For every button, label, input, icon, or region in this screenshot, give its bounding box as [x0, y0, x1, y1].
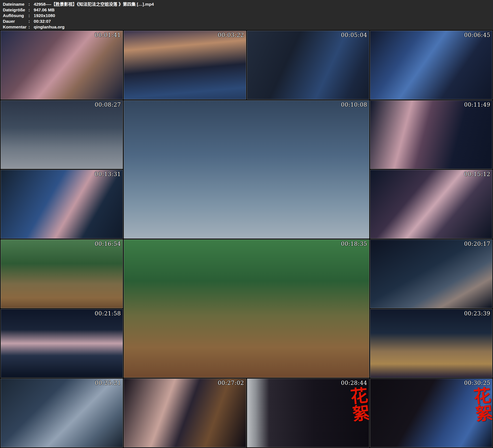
timestamp-overlay: 00:25:21 — [95, 380, 121, 386]
comment-value: qinglanhua.org — [34, 24, 65, 30]
timestamp-overlay: 00:21:58 — [95, 310, 121, 317]
video-thumbnail: 00:06:45 — [370, 31, 493, 100]
timestamp-overlay: 00:28:44 — [341, 380, 367, 386]
field-separator: : — [28, 1, 34, 7]
thumbnail-grid: 00:01:41 00:03:22 00:05:04 00:06:45 00:0… — [0, 30, 493, 448]
timestamp-overlay: 00:30:25 — [464, 380, 490, 386]
video-thumbnail: 00:16:54 — [0, 239, 123, 308]
field-row-filesize: Dateigröße : 947.06 MB — [3, 7, 491, 13]
huaxu-watermark: 花絮 — [349, 386, 369, 423]
field-label: Dauer — [3, 19, 28, 24]
timestamp-overlay: 00:16:54 — [95, 241, 121, 247]
video-thumbnail: 00:25:21 — [0, 379, 123, 448]
video-thumbnail: 00:21:58 — [0, 309, 123, 378]
timestamp-overlay: 00:01:41 — [95, 32, 121, 38]
timestamp-overlay: 00:13:31 — [95, 171, 121, 177]
timestamp-overlay: 00:11:49 — [464, 101, 490, 108]
contact-sheet: Dateiname : 42958----【胜景影视】《知法犯法之空姐没落 》第… — [0, 0, 493, 448]
video-thumbnail-large: 00:10:08 — [124, 100, 369, 239]
field-label: Kommentar — [3, 24, 28, 30]
filesize-value: 947.06 MB — [34, 7, 55, 13]
filename-value: 42958----【胜景影视】《知法犯法之空姐没落 》第四集 […].mp4 — [34, 1, 154, 7]
duration-value: 00:32:07 — [34, 19, 51, 24]
field-row-filename: Dateiname : 42958----【胜景影视】《知法犯法之空姐没落 》第… — [3, 1, 491, 7]
timestamp-overlay: 00:06:45 — [464, 32, 490, 38]
video-thumbnail: 00:20:17 — [370, 239, 493, 308]
video-thumbnail: 00:23:39 — [370, 309, 493, 378]
field-label: Auflösung — [3, 13, 28, 19]
field-row-resolution: Auflösung : 1920x1080 — [3, 13, 491, 19]
field-separator: : — [28, 19, 34, 24]
video-thumbnail: 00:13:31 — [0, 170, 123, 239]
field-label: Dateiname — [3, 1, 28, 7]
file-info-header: Dateiname : 42958----【胜景影视】《知法犯法之空姐没落 》第… — [0, 0, 493, 30]
video-thumbnail: 00:03:22 — [124, 31, 246, 100]
timestamp-overlay: 00:18:35 — [341, 241, 367, 247]
timestamp-overlay: 00:27:02 — [218, 380, 244, 386]
video-thumbnail: 00:11:49 — [370, 100, 493, 169]
video-thumbnail: 00:28:44 花絮 — [247, 379, 369, 448]
field-label: Dateigröße — [3, 7, 28, 13]
field-row-duration: Dauer : 00:32:07 — [3, 19, 491, 24]
huaxu-watermark: 花絮 — [472, 386, 492, 423]
field-separator: : — [28, 13, 34, 19]
timestamp-overlay: 00:23:39 — [464, 310, 490, 317]
video-thumbnail: 00:15:12 — [370, 170, 493, 239]
field-separator: : — [28, 24, 34, 30]
video-thumbnail-large: 00:18:35 — [124, 239, 369, 378]
field-row-comment: Kommentar : qinglanhua.org — [3, 24, 491, 30]
timestamp-overlay: 00:15:12 — [464, 171, 490, 177]
timestamp-overlay: 00:03:22 — [218, 32, 244, 38]
video-thumbnail: 00:08:27 — [0, 100, 123, 169]
video-thumbnail: 00:05:04 — [247, 31, 369, 100]
resolution-value: 1920x1080 — [34, 13, 55, 19]
field-separator: : — [28, 7, 34, 13]
timestamp-overlay: 00:10:08 — [341, 101, 367, 108]
video-thumbnail: 00:30:25 花絮 — [370, 379, 493, 448]
timestamp-overlay: 00:08:27 — [95, 101, 121, 108]
video-thumbnail: 00:27:02 — [124, 379, 246, 448]
timestamp-overlay: 00:20:17 — [464, 241, 490, 247]
timestamp-overlay: 00:05:04 — [341, 32, 367, 38]
video-thumbnail: 00:01:41 — [0, 31, 123, 100]
